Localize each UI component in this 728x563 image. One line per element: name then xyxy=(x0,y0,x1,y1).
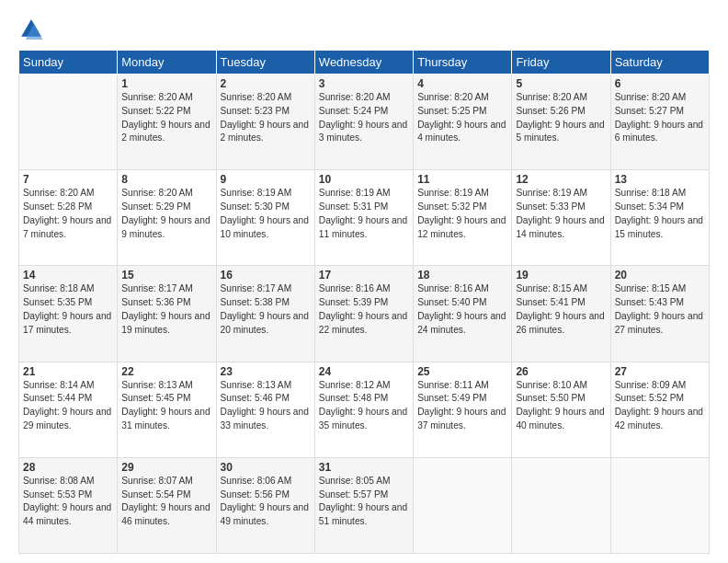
calendar-cell: 29Sunrise: 8:07 AMSunset: 5:54 PMDayligh… xyxy=(118,457,216,553)
day-number: 6 xyxy=(615,77,705,90)
day-number: 8 xyxy=(121,173,211,186)
calendar-cell xyxy=(19,75,118,170)
calendar-cell xyxy=(610,457,709,553)
day-info: Sunrise: 8:20 AMSunset: 5:22 PMDaylight:… xyxy=(121,91,211,145)
day-info: Sunrise: 8:20 AMSunset: 5:29 PMDaylight:… xyxy=(121,187,211,241)
header xyxy=(18,17,710,42)
day-number: 1 xyxy=(121,77,211,90)
day-number: 5 xyxy=(516,77,606,90)
calendar-week-row: 21Sunrise: 8:14 AMSunset: 5:44 PMDayligh… xyxy=(19,362,710,457)
day-number: 30 xyxy=(221,461,311,474)
weekday-header: Sunday xyxy=(19,51,118,75)
day-number: 9 xyxy=(221,173,311,186)
day-info: Sunrise: 8:11 AMSunset: 5:49 PMDaylight:… xyxy=(417,379,507,433)
page: SundayMondayTuesdayWednesdayThursdayFrid… xyxy=(0,0,728,563)
day-number: 29 xyxy=(121,461,211,474)
calendar-cell xyxy=(512,457,610,553)
day-number: 2 xyxy=(221,77,311,90)
calendar-cell: 15Sunrise: 8:17 AMSunset: 5:36 PMDayligh… xyxy=(118,266,216,362)
day-number: 7 xyxy=(23,173,113,186)
day-info: Sunrise: 8:08 AMSunset: 5:53 PMDaylight:… xyxy=(23,475,113,529)
day-info: Sunrise: 8:19 AMSunset: 5:31 PMDaylight:… xyxy=(319,187,409,241)
day-number: 3 xyxy=(319,77,409,90)
weekday-header-row: SundayMondayTuesdayWednesdayThursdayFrid… xyxy=(19,51,710,75)
day-number: 11 xyxy=(417,173,507,186)
day-number: 17 xyxy=(319,269,409,282)
calendar-cell: 18Sunrise: 8:16 AMSunset: 5:40 PMDayligh… xyxy=(414,266,512,362)
calendar-cell: 31Sunrise: 8:05 AMSunset: 5:57 PMDayligh… xyxy=(314,457,413,553)
calendar-cell: 24Sunrise: 8:12 AMSunset: 5:48 PMDayligh… xyxy=(314,362,413,457)
calendar-cell: 28Sunrise: 8:08 AMSunset: 5:53 PMDayligh… xyxy=(19,457,118,553)
day-number: 18 xyxy=(417,269,507,282)
day-info: Sunrise: 8:15 AMSunset: 5:43 PMDaylight:… xyxy=(615,282,705,337)
day-info: Sunrise: 8:18 AMSunset: 5:35 PMDaylight:… xyxy=(23,282,113,337)
calendar-cell: 13Sunrise: 8:18 AMSunset: 5:34 PMDayligh… xyxy=(610,170,709,266)
day-info: Sunrise: 8:17 AMSunset: 5:38 PMDaylight:… xyxy=(221,282,311,337)
calendar-week-row: 1Sunrise: 8:20 AMSunset: 5:22 PMDaylight… xyxy=(19,75,710,170)
calendar-week-row: 7Sunrise: 8:20 AMSunset: 5:28 PMDaylight… xyxy=(19,170,710,266)
calendar-cell: 5Sunrise: 8:20 AMSunset: 5:26 PMDaylight… xyxy=(512,75,610,170)
day-number: 24 xyxy=(319,365,409,378)
calendar-cell: 6Sunrise: 8:20 AMSunset: 5:27 PMDaylight… xyxy=(610,75,709,170)
day-info: Sunrise: 8:20 AMSunset: 5:28 PMDaylight:… xyxy=(23,187,113,241)
day-info: Sunrise: 8:12 AMSunset: 5:48 PMDaylight:… xyxy=(319,379,409,433)
day-info: Sunrise: 8:19 AMSunset: 5:32 PMDaylight:… xyxy=(417,187,507,241)
day-number: 27 xyxy=(615,365,705,378)
day-info: Sunrise: 8:18 AMSunset: 5:34 PMDaylight:… xyxy=(615,187,705,241)
day-number: 19 xyxy=(516,269,606,282)
day-number: 20 xyxy=(615,269,705,282)
day-info: Sunrise: 8:06 AMSunset: 5:56 PMDaylight:… xyxy=(221,475,311,529)
day-number: 25 xyxy=(417,365,507,378)
day-number: 4 xyxy=(417,77,507,90)
day-number: 16 xyxy=(221,269,311,282)
day-number: 15 xyxy=(121,269,211,282)
calendar-cell: 25Sunrise: 8:11 AMSunset: 5:49 PMDayligh… xyxy=(414,362,512,457)
calendar-cell: 17Sunrise: 8:16 AMSunset: 5:39 PMDayligh… xyxy=(314,266,413,362)
day-number: 21 xyxy=(23,365,113,378)
weekday-header: Tuesday xyxy=(216,51,314,75)
calendar-cell: 14Sunrise: 8:18 AMSunset: 5:35 PMDayligh… xyxy=(19,266,118,362)
day-info: Sunrise: 8:20 AMSunset: 5:23 PMDaylight:… xyxy=(221,91,311,145)
logo-icon xyxy=(18,17,44,42)
day-info: Sunrise: 8:16 AMSunset: 5:40 PMDaylight:… xyxy=(417,282,507,337)
calendar-week-row: 14Sunrise: 8:18 AMSunset: 5:35 PMDayligh… xyxy=(19,266,710,362)
day-info: Sunrise: 8:15 AMSunset: 5:41 PMDaylight:… xyxy=(516,282,606,337)
day-info: Sunrise: 8:19 AMSunset: 5:30 PMDaylight:… xyxy=(221,187,311,241)
calendar-cell: 27Sunrise: 8:09 AMSunset: 5:52 PMDayligh… xyxy=(610,362,709,457)
day-info: Sunrise: 8:05 AMSunset: 5:57 PMDaylight:… xyxy=(319,475,409,529)
day-info: Sunrise: 8:09 AMSunset: 5:52 PMDaylight:… xyxy=(615,379,705,433)
calendar-cell: 7Sunrise: 8:20 AMSunset: 5:28 PMDaylight… xyxy=(19,170,118,266)
weekday-header: Saturday xyxy=(610,51,709,75)
day-info: Sunrise: 8:14 AMSunset: 5:44 PMDaylight:… xyxy=(23,379,113,433)
weekday-header: Monday xyxy=(118,51,216,75)
day-info: Sunrise: 8:17 AMSunset: 5:36 PMDaylight:… xyxy=(121,282,211,337)
day-info: Sunrise: 8:13 AMSunset: 5:46 PMDaylight:… xyxy=(221,379,311,433)
calendar-cell: 30Sunrise: 8:06 AMSunset: 5:56 PMDayligh… xyxy=(216,457,314,553)
day-info: Sunrise: 8:07 AMSunset: 5:54 PMDaylight:… xyxy=(121,475,211,529)
calendar-cell: 2Sunrise: 8:20 AMSunset: 5:23 PMDaylight… xyxy=(216,75,314,170)
calendar-cell: 8Sunrise: 8:20 AMSunset: 5:29 PMDaylight… xyxy=(118,170,216,266)
calendar-cell: 4Sunrise: 8:20 AMSunset: 5:25 PMDaylight… xyxy=(414,75,512,170)
calendar-table: SundayMondayTuesdayWednesdayThursdayFrid… xyxy=(18,50,710,554)
day-number: 26 xyxy=(516,365,606,378)
calendar-cell: 20Sunrise: 8:15 AMSunset: 5:43 PMDayligh… xyxy=(610,266,709,362)
day-number: 31 xyxy=(319,461,409,474)
calendar-cell xyxy=(414,457,512,553)
day-info: Sunrise: 8:20 AMSunset: 5:24 PMDaylight:… xyxy=(319,91,409,145)
day-number: 12 xyxy=(516,173,606,186)
day-info: Sunrise: 8:20 AMSunset: 5:26 PMDaylight:… xyxy=(516,91,606,145)
day-number: 23 xyxy=(221,365,311,378)
day-number: 13 xyxy=(615,173,705,186)
calendar-cell: 3Sunrise: 8:20 AMSunset: 5:24 PMDaylight… xyxy=(314,75,413,170)
calendar-cell: 9Sunrise: 8:19 AMSunset: 5:30 PMDaylight… xyxy=(216,170,314,266)
day-info: Sunrise: 8:20 AMSunset: 5:25 PMDaylight:… xyxy=(417,91,507,145)
weekday-header: Friday xyxy=(512,51,610,75)
calendar-cell: 19Sunrise: 8:15 AMSunset: 5:41 PMDayligh… xyxy=(512,266,610,362)
calendar-cell: 22Sunrise: 8:13 AMSunset: 5:45 PMDayligh… xyxy=(118,362,216,457)
day-number: 14 xyxy=(23,269,113,282)
day-number: 22 xyxy=(121,365,211,378)
logo xyxy=(18,17,48,42)
day-info: Sunrise: 8:20 AMSunset: 5:27 PMDaylight:… xyxy=(615,91,705,145)
day-info: Sunrise: 8:16 AMSunset: 5:39 PMDaylight:… xyxy=(319,282,409,337)
day-info: Sunrise: 8:13 AMSunset: 5:45 PMDaylight:… xyxy=(121,379,211,433)
